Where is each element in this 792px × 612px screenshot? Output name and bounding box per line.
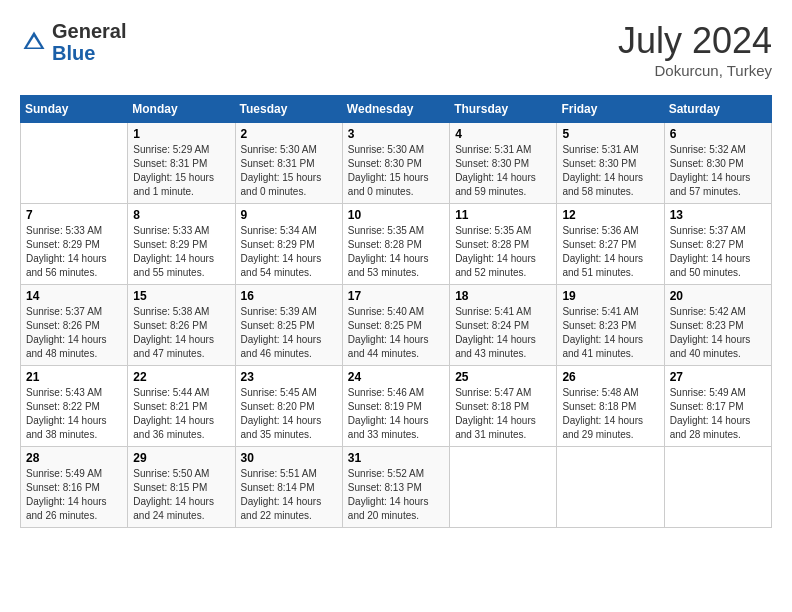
day-number: 20: [670, 289, 766, 303]
day-number: 16: [241, 289, 337, 303]
day-number: 12: [562, 208, 658, 222]
day-number: 4: [455, 127, 551, 141]
calendar-cell: 7Sunrise: 5:33 AM Sunset: 8:29 PM Daylig…: [21, 204, 128, 285]
cell-content: Sunrise: 5:33 AM Sunset: 8:29 PM Dayligh…: [26, 224, 122, 280]
cell-content: Sunrise: 5:46 AM Sunset: 8:19 PM Dayligh…: [348, 386, 444, 442]
day-number: 19: [562, 289, 658, 303]
logo-blue-text: Blue: [52, 42, 95, 64]
day-number: 17: [348, 289, 444, 303]
cell-content: Sunrise: 5:30 AM Sunset: 8:31 PM Dayligh…: [241, 143, 337, 199]
day-number: 29: [133, 451, 229, 465]
cell-content: Sunrise: 5:45 AM Sunset: 8:20 PM Dayligh…: [241, 386, 337, 442]
calendar-cell: 4Sunrise: 5:31 AM Sunset: 8:30 PM Daylig…: [450, 123, 557, 204]
cell-content: Sunrise: 5:41 AM Sunset: 8:23 PM Dayligh…: [562, 305, 658, 361]
cell-content: Sunrise: 5:32 AM Sunset: 8:30 PM Dayligh…: [670, 143, 766, 199]
day-number: 8: [133, 208, 229, 222]
calendar-header-tuesday: Tuesday: [235, 96, 342, 123]
calendar-cell: 23Sunrise: 5:45 AM Sunset: 8:20 PM Dayli…: [235, 366, 342, 447]
calendar-cell: 28Sunrise: 5:49 AM Sunset: 8:16 PM Dayli…: [21, 447, 128, 528]
calendar-cell: 16Sunrise: 5:39 AM Sunset: 8:25 PM Dayli…: [235, 285, 342, 366]
calendar-cell: 15Sunrise: 5:38 AM Sunset: 8:26 PM Dayli…: [128, 285, 235, 366]
cell-content: Sunrise: 5:36 AM Sunset: 8:27 PM Dayligh…: [562, 224, 658, 280]
calendar-cell: 9Sunrise: 5:34 AM Sunset: 8:29 PM Daylig…: [235, 204, 342, 285]
cell-content: Sunrise: 5:30 AM Sunset: 8:30 PM Dayligh…: [348, 143, 444, 199]
calendar-week-row: 7Sunrise: 5:33 AM Sunset: 8:29 PM Daylig…: [21, 204, 772, 285]
day-number: 2: [241, 127, 337, 141]
cell-content: Sunrise: 5:34 AM Sunset: 8:29 PM Dayligh…: [241, 224, 337, 280]
cell-content: Sunrise: 5:49 AM Sunset: 8:16 PM Dayligh…: [26, 467, 122, 523]
day-number: 26: [562, 370, 658, 384]
day-number: 27: [670, 370, 766, 384]
calendar-cell: 12Sunrise: 5:36 AM Sunset: 8:27 PM Dayli…: [557, 204, 664, 285]
calendar-header-friday: Friday: [557, 96, 664, 123]
cell-content: Sunrise: 5:35 AM Sunset: 8:28 PM Dayligh…: [348, 224, 444, 280]
calendar-cell: 1Sunrise: 5:29 AM Sunset: 8:31 PM Daylig…: [128, 123, 235, 204]
calendar-week-row: 21Sunrise: 5:43 AM Sunset: 8:22 PM Dayli…: [21, 366, 772, 447]
cell-content: Sunrise: 5:31 AM Sunset: 8:30 PM Dayligh…: [562, 143, 658, 199]
cell-content: Sunrise: 5:33 AM Sunset: 8:29 PM Dayligh…: [133, 224, 229, 280]
calendar-cell: 24Sunrise: 5:46 AM Sunset: 8:19 PM Dayli…: [342, 366, 449, 447]
cell-content: Sunrise: 5:31 AM Sunset: 8:30 PM Dayligh…: [455, 143, 551, 199]
calendar-header-saturday: Saturday: [664, 96, 771, 123]
day-number: 30: [241, 451, 337, 465]
day-number: 22: [133, 370, 229, 384]
calendar-cell: 30Sunrise: 5:51 AM Sunset: 8:14 PM Dayli…: [235, 447, 342, 528]
day-number: 21: [26, 370, 122, 384]
calendar-cell: 2Sunrise: 5:30 AM Sunset: 8:31 PM Daylig…: [235, 123, 342, 204]
calendar-cell: 6Sunrise: 5:32 AM Sunset: 8:30 PM Daylig…: [664, 123, 771, 204]
cell-content: Sunrise: 5:47 AM Sunset: 8:18 PM Dayligh…: [455, 386, 551, 442]
cell-content: Sunrise: 5:43 AM Sunset: 8:22 PM Dayligh…: [26, 386, 122, 442]
cell-content: Sunrise: 5:44 AM Sunset: 8:21 PM Dayligh…: [133, 386, 229, 442]
logo-general-text: General: [52, 20, 126, 42]
cell-content: Sunrise: 5:39 AM Sunset: 8:25 PM Dayligh…: [241, 305, 337, 361]
day-number: 1: [133, 127, 229, 141]
calendar-header-sunday: Sunday: [21, 96, 128, 123]
cell-content: Sunrise: 5:50 AM Sunset: 8:15 PM Dayligh…: [133, 467, 229, 523]
calendar-cell: 8Sunrise: 5:33 AM Sunset: 8:29 PM Daylig…: [128, 204, 235, 285]
cell-content: Sunrise: 5:49 AM Sunset: 8:17 PM Dayligh…: [670, 386, 766, 442]
logo: General Blue: [20, 20, 126, 64]
calendar-cell: 26Sunrise: 5:48 AM Sunset: 8:18 PM Dayli…: [557, 366, 664, 447]
calendar-cell: 11Sunrise: 5:35 AM Sunset: 8:28 PM Dayli…: [450, 204, 557, 285]
calendar-cell: 17Sunrise: 5:40 AM Sunset: 8:25 PM Dayli…: [342, 285, 449, 366]
cell-content: Sunrise: 5:37 AM Sunset: 8:27 PM Dayligh…: [670, 224, 766, 280]
calendar-cell: 19Sunrise: 5:41 AM Sunset: 8:23 PM Dayli…: [557, 285, 664, 366]
day-number: 5: [562, 127, 658, 141]
calendar-header-row: SundayMondayTuesdayWednesdayThursdayFrid…: [21, 96, 772, 123]
calendar-cell: 31Sunrise: 5:52 AM Sunset: 8:13 PM Dayli…: [342, 447, 449, 528]
day-number: 7: [26, 208, 122, 222]
calendar-week-row: 1Sunrise: 5:29 AM Sunset: 8:31 PM Daylig…: [21, 123, 772, 204]
day-number: 31: [348, 451, 444, 465]
day-number: 3: [348, 127, 444, 141]
page-header: General Blue July 2024 Dokurcun, Turkey: [20, 20, 772, 79]
calendar-cell: 21Sunrise: 5:43 AM Sunset: 8:22 PM Dayli…: [21, 366, 128, 447]
month-year-title: July 2024: [618, 20, 772, 62]
calendar-week-row: 28Sunrise: 5:49 AM Sunset: 8:16 PM Dayli…: [21, 447, 772, 528]
cell-content: Sunrise: 5:52 AM Sunset: 8:13 PM Dayligh…: [348, 467, 444, 523]
cell-content: Sunrise: 5:51 AM Sunset: 8:14 PM Dayligh…: [241, 467, 337, 523]
cell-content: Sunrise: 5:41 AM Sunset: 8:24 PM Dayligh…: [455, 305, 551, 361]
calendar-table: SundayMondayTuesdayWednesdayThursdayFrid…: [20, 95, 772, 528]
calendar-cell: [557, 447, 664, 528]
calendar-cell: 3Sunrise: 5:30 AM Sunset: 8:30 PM Daylig…: [342, 123, 449, 204]
calendar-cell: 25Sunrise: 5:47 AM Sunset: 8:18 PM Dayli…: [450, 366, 557, 447]
day-number: 28: [26, 451, 122, 465]
day-number: 23: [241, 370, 337, 384]
calendar-cell: [21, 123, 128, 204]
calendar-header-wednesday: Wednesday: [342, 96, 449, 123]
day-number: 25: [455, 370, 551, 384]
day-number: 13: [670, 208, 766, 222]
cell-content: Sunrise: 5:42 AM Sunset: 8:23 PM Dayligh…: [670, 305, 766, 361]
calendar-header-thursday: Thursday: [450, 96, 557, 123]
calendar-cell: 20Sunrise: 5:42 AM Sunset: 8:23 PM Dayli…: [664, 285, 771, 366]
cell-content: Sunrise: 5:35 AM Sunset: 8:28 PM Dayligh…: [455, 224, 551, 280]
day-number: 10: [348, 208, 444, 222]
calendar-cell: 5Sunrise: 5:31 AM Sunset: 8:30 PM Daylig…: [557, 123, 664, 204]
title-block: July 2024 Dokurcun, Turkey: [618, 20, 772, 79]
calendar-cell: [450, 447, 557, 528]
calendar-cell: 10Sunrise: 5:35 AM Sunset: 8:28 PM Dayli…: [342, 204, 449, 285]
cell-content: Sunrise: 5:48 AM Sunset: 8:18 PM Dayligh…: [562, 386, 658, 442]
cell-content: Sunrise: 5:38 AM Sunset: 8:26 PM Dayligh…: [133, 305, 229, 361]
logo-icon: [20, 28, 48, 56]
cell-content: Sunrise: 5:29 AM Sunset: 8:31 PM Dayligh…: [133, 143, 229, 199]
